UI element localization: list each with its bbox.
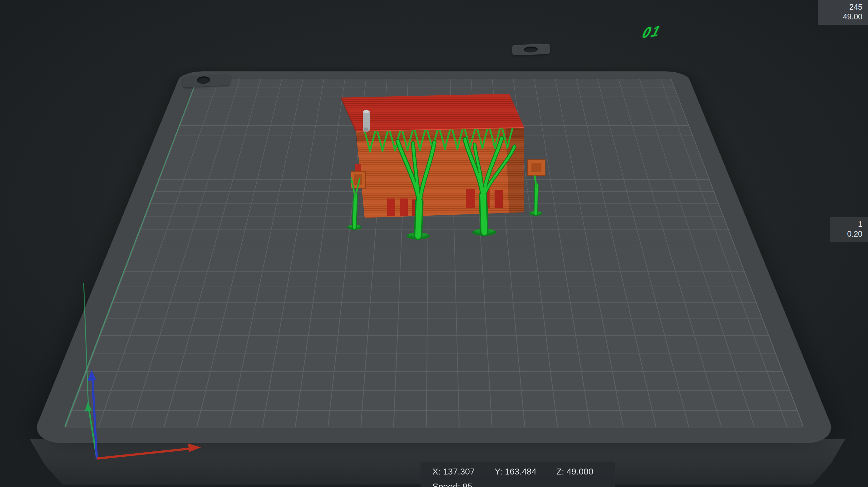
screw-hole bbox=[197, 76, 210, 84]
coordinate-x: X: 137.307 bbox=[432, 467, 474, 477]
layer-number: 1 bbox=[837, 220, 862, 229]
layer-indicator-right: 1 0.20 bbox=[830, 217, 868, 242]
layer-number: 245 bbox=[825, 2, 862, 12]
gcode-status-tooltip: X: 137.307 Y: 163.484 Z: 49.000 Speed: 9… bbox=[421, 462, 615, 487]
coordinates-row: X: 137.307 Y: 163.484 Z: 49.000 bbox=[432, 467, 615, 477]
plate-mount-tab bbox=[182, 73, 230, 88]
model-right-bracket bbox=[528, 160, 545, 175]
speed-row: Speed: 95 bbox=[432, 482, 615, 487]
slicer-3d-viewport[interactable]: 01 bbox=[0, 0, 868, 487]
model-gray-cylinder bbox=[363, 110, 370, 132]
plate-mount-tab bbox=[512, 44, 550, 55]
screw-hole bbox=[524, 46, 538, 53]
support-tree-far-right bbox=[529, 176, 542, 216]
printed-model bbox=[340, 91, 553, 247]
coordinate-z: Z: 49.000 bbox=[556, 467, 593, 477]
layer-indicator-top: 245 49.00 bbox=[818, 0, 868, 25]
layer-height: 49.00 bbox=[825, 12, 862, 22]
layer-height: 0.20 bbox=[837, 229, 862, 239]
coordinate-y: Y: 163.484 bbox=[495, 467, 536, 477]
